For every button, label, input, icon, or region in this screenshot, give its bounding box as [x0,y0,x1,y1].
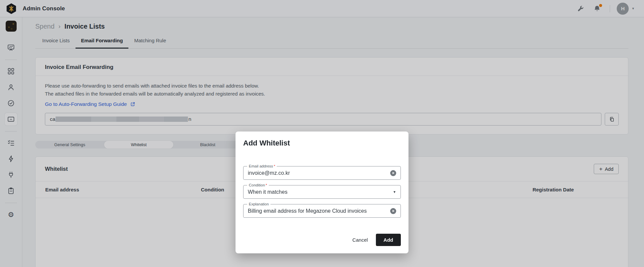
condition-select[interactable]: Condition* When it matches ▼ [243,185,401,199]
condition-value: When it matches [248,189,393,195]
clear-email-icon[interactable]: × [390,170,396,176]
modal-actions: Cancel Add [243,234,401,246]
required-asterisk: * [274,164,275,168]
email-address-field[interactable]: Email address* invoice@mz.co.kr × [243,166,401,180]
modal-title: Add Whitelist [243,139,401,147]
email-address-value: invoice@mz.co.kr [248,170,390,176]
explanation-field[interactable]: Explanation Billing email address for Me… [243,204,401,218]
select-caret-icon: ▼ [393,190,396,194]
modal-add-button[interactable]: Add [376,234,401,246]
explanation-label: Explanation [247,202,270,206]
explanation-value: Billing email address for Megazone Cloud… [248,208,390,214]
clear-explanation-icon[interactable]: × [390,208,396,214]
required-asterisk: * [266,183,267,187]
condition-label: Condition* [247,183,269,187]
add-whitelist-modal: Add Whitelist Email address* invoice@mz.… [236,132,408,253]
cancel-button[interactable]: Cancel [346,234,374,246]
email-address-label: Email address* [247,164,277,168]
